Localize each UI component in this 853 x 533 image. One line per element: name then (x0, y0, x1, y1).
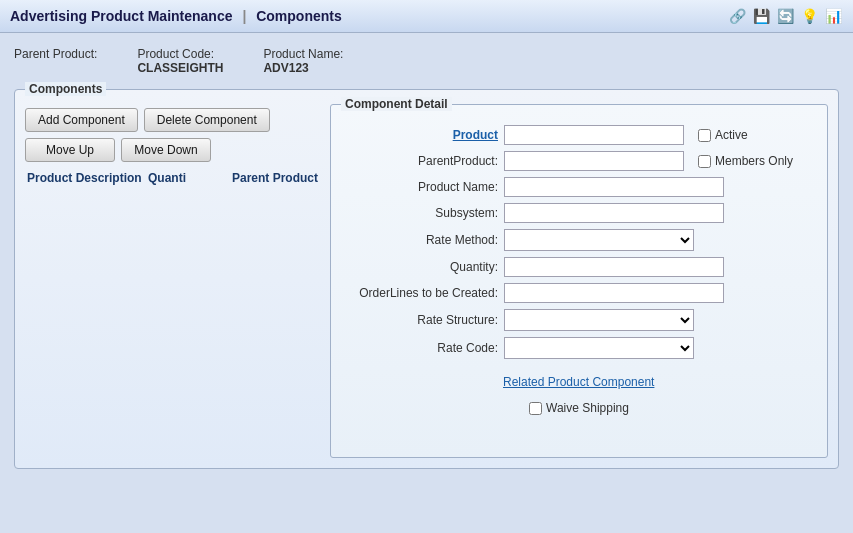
product-row: Product Active (343, 125, 815, 145)
product-link[interactable]: Product (453, 128, 498, 142)
subsystem-label: Subsystem: (343, 206, 498, 220)
product-name-detail-label: Product Name: (343, 180, 498, 194)
parent-product-detail-row: ParentProduct: Members Only (343, 151, 815, 171)
title-separator: | (242, 8, 246, 24)
product-name-label: Product Name: (263, 47, 343, 61)
parent-product-input[interactable] (504, 151, 684, 171)
link-icon[interactable]: 🔗 (727, 6, 747, 26)
rate-structure-select[interactable] (504, 309, 694, 331)
col-header-quanti: Quanti (148, 171, 228, 185)
parent-product-detail-label: ParentProduct: (343, 154, 498, 168)
related-product-component-link[interactable]: Related Product Component (503, 375, 654, 389)
page-title: Advertising Product Maintenance | Compon… (10, 8, 342, 24)
add-component-button[interactable]: Add Component (25, 108, 138, 132)
chart-icon[interactable]: 📊 (823, 6, 843, 26)
section-name: Components (256, 8, 342, 24)
save-icon[interactable]: 💾 (751, 6, 771, 26)
bulb-icon[interactable]: 💡 (799, 6, 819, 26)
component-detail-label: Component Detail (341, 97, 452, 111)
rate-code-label: Rate Code: (343, 341, 498, 355)
components-section: Components Add Component Delete Componen… (14, 89, 839, 469)
product-input[interactable] (504, 125, 684, 145)
toolbar-icons: 🔗 💾 🔄 💡 📊 (727, 6, 843, 26)
active-checkbox-group: Active (698, 128, 748, 142)
product-name-input[interactable] (504, 177, 724, 197)
title-bar: Advertising Product Maintenance | Compon… (0, 0, 853, 33)
product-code-section: Product Code: CLASSEIGHTH (137, 47, 223, 75)
waive-shipping-row: Waive Shipping (343, 401, 815, 415)
waive-shipping-checkbox[interactable] (529, 402, 542, 415)
parent-product-label: Parent Product: (14, 47, 97, 75)
move-button-row: Move Up Move Down (25, 138, 320, 162)
main-content: Parent Product: Product Code: CLASSEIGHT… (0, 33, 853, 479)
active-checkbox[interactable] (698, 129, 711, 142)
rate-method-label: Rate Method: (343, 233, 498, 247)
product-name-section: Product Name: ADV123 (263, 47, 343, 75)
product-code-value: CLASSEIGHTH (137, 61, 223, 75)
rate-code-row: Rate Code: (343, 337, 815, 359)
col-header-description: Product Description (27, 171, 144, 185)
product-name-row: Product Name: (343, 177, 815, 197)
rate-method-select[interactable] (504, 229, 694, 251)
orderlines-row: OrderLines to be Created: (343, 283, 815, 303)
rate-structure-row: Rate Structure: (343, 309, 815, 331)
column-headers: Product Description Quanti Parent Produc… (25, 168, 320, 188)
delete-component-button[interactable]: Delete Component (144, 108, 270, 132)
waive-shipping-label: Waive Shipping (546, 401, 629, 415)
app-name: Advertising Product Maintenance (10, 8, 232, 24)
quantity-input[interactable] (504, 257, 724, 277)
col-header-parent: Parent Product (232, 171, 318, 185)
quantity-row: Quantity: (343, 257, 815, 277)
members-only-label: Members Only (715, 154, 793, 168)
members-only-checkbox[interactable] (698, 155, 711, 168)
rate-structure-label: Rate Structure: (343, 313, 498, 327)
move-down-button[interactable]: Move Down (121, 138, 211, 162)
form-grid: Product Active ParentProduct: (343, 125, 815, 359)
product-right: Active (504, 125, 748, 145)
rate-code-select[interactable] (504, 337, 694, 359)
active-label: Active (715, 128, 748, 142)
quantity-label: Quantity: (343, 260, 498, 274)
product-field-label: Product (343, 128, 498, 142)
orderlines-input[interactable] (504, 283, 724, 303)
move-up-button[interactable]: Move Up (25, 138, 115, 162)
parent-product-row: Parent Product: Product Code: CLASSEIGHT… (14, 43, 839, 79)
members-only-checkbox-group: Members Only (698, 154, 793, 168)
components-section-label: Components (25, 82, 106, 96)
subsystem-row: Subsystem: (343, 203, 815, 223)
product-name-value: ADV123 (263, 61, 343, 75)
parent-product-right: Members Only (504, 151, 793, 171)
left-panel: Add Component Delete Component Move Up M… (25, 108, 320, 458)
component-detail-panel: Component Detail Product Active (330, 104, 828, 458)
rate-method-row: Rate Method: (343, 229, 815, 251)
refresh-icon[interactable]: 🔄 (775, 6, 795, 26)
orderlines-label: OrderLines to be Created: (343, 286, 498, 300)
subsystem-input[interactable] (504, 203, 724, 223)
product-code-label: Product Code: (137, 47, 223, 61)
top-button-row: Add Component Delete Component (25, 108, 320, 132)
